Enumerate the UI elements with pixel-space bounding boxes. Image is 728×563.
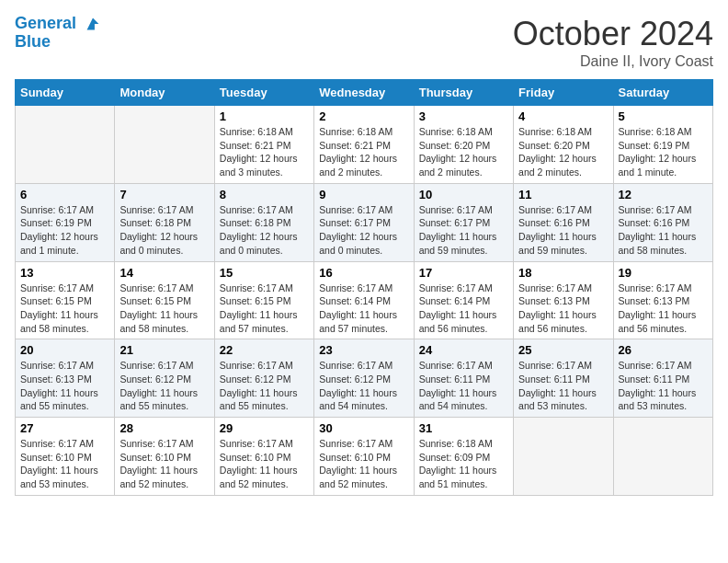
calendar-cell: 3Sunrise: 6:18 AM Sunset: 6:20 PM Daylig… (414, 106, 513, 184)
calendar-cell: 26Sunrise: 6:17 AM Sunset: 6:11 PM Dayli… (613, 339, 712, 418)
day-info: Sunrise: 6:17 AM Sunset: 6:13 PM Dayligh… (619, 282, 708, 336)
day-info: Sunrise: 6:18 AM Sunset: 6:21 PM Dayligh… (220, 125, 309, 179)
calendar-cell: 25Sunrise: 6:17 AM Sunset: 6:11 PM Dayli… (514, 339, 613, 418)
calendar-cell (16, 106, 115, 184)
day-info: Sunrise: 6:17 AM Sunset: 6:14 PM Dayligh… (419, 282, 508, 336)
day-number: 7 (119, 188, 209, 201)
logo: General Blue (15, 15, 103, 52)
calendar-cell: 11Sunrise: 6:17 AM Sunset: 6:16 PM Dayli… (514, 183, 613, 261)
day-number: 28 (119, 421, 209, 435)
day-info: Sunrise: 6:17 AM Sunset: 6:12 PM Dayligh… (220, 359, 309, 413)
weekday-header-tuesday: Tuesday (214, 80, 313, 106)
calendar-cell: 10Sunrise: 6:17 AM Sunset: 6:17 PM Dayli… (414, 183, 513, 261)
calendar-table: SundayMondayTuesdayWednesdayThursdayFrid… (15, 79, 713, 496)
day-info: Sunrise: 6:17 AM Sunset: 6:19 PM Dayligh… (20, 203, 109, 258)
calendar-cell: 31Sunrise: 6:18 AM Sunset: 6:09 PM Dayli… (414, 418, 513, 496)
calendar-cell: 24Sunrise: 6:17 AM Sunset: 6:11 PM Dayli… (414, 339, 513, 418)
calendar-week-row: 6Sunrise: 6:17 AM Sunset: 6:19 PM Daylig… (16, 183, 713, 261)
day-info: Sunrise: 6:18 AM Sunset: 6:09 PM Dayligh… (419, 437, 508, 491)
day-number: 18 (518, 266, 608, 280)
day-info: Sunrise: 6:17 AM Sunset: 6:17 PM Dayligh… (319, 203, 408, 258)
calendar-cell: 16Sunrise: 6:17 AM Sunset: 6:14 PM Dayli… (314, 261, 414, 339)
svg-marker-0 (87, 18, 99, 30)
day-info: Sunrise: 6:17 AM Sunset: 6:10 PM Dayligh… (20, 437, 109, 491)
weekday-header-friday: Friday (514, 80, 613, 106)
calendar-cell (115, 106, 214, 184)
weekday-header-monday: Monday (115, 80, 214, 106)
calendar-cell (514, 418, 613, 496)
day-number: 1 (220, 109, 309, 123)
calendar-week-row: 27Sunrise: 6:17 AM Sunset: 6:10 PM Dayli… (16, 418, 713, 496)
calendar-cell: 18Sunrise: 6:17 AM Sunset: 6:13 PM Dayli… (514, 261, 613, 339)
calendar-cell: 21Sunrise: 6:17 AM Sunset: 6:12 PM Dayli… (115, 339, 214, 418)
calendar-cell: 13Sunrise: 6:17 AM Sunset: 6:15 PM Dayli… (16, 261, 115, 339)
day-number: 24 (419, 343, 508, 357)
month-title: October 2024 (513, 15, 713, 53)
calendar-cell: 9Sunrise: 6:17 AM Sunset: 6:17 PM Daylig… (314, 183, 414, 261)
day-info: Sunrise: 6:17 AM Sunset: 6:15 PM Dayligh… (20, 282, 109, 336)
day-info: Sunrise: 6:17 AM Sunset: 6:13 PM Dayligh… (20, 359, 109, 413)
page-header: General Blue October 2024 Daine II, Ivor… (15, 15, 713, 70)
calendar-week-row: 13Sunrise: 6:17 AM Sunset: 6:15 PM Dayli… (16, 261, 713, 339)
calendar-cell: 5Sunrise: 6:18 AM Sunset: 6:19 PM Daylig… (613, 106, 712, 184)
day-number: 15 (220, 266, 309, 280)
day-info: Sunrise: 6:17 AM Sunset: 6:15 PM Dayligh… (220, 282, 309, 336)
day-number: 20 (20, 343, 109, 357)
calendar-week-row: 20Sunrise: 6:17 AM Sunset: 6:13 PM Dayli… (16, 339, 713, 418)
calendar-header-row: SundayMondayTuesdayWednesdayThursdayFrid… (16, 80, 713, 106)
day-number: 25 (518, 343, 608, 357)
calendar-cell: 23Sunrise: 6:17 AM Sunset: 6:12 PM Dayli… (314, 339, 414, 418)
weekday-header-wednesday: Wednesday (314, 80, 414, 106)
calendar-cell: 20Sunrise: 6:17 AM Sunset: 6:13 PM Dayli… (16, 339, 115, 418)
logo-subtext: Blue (15, 33, 103, 52)
day-info: Sunrise: 6:17 AM Sunset: 6:15 PM Dayligh… (119, 282, 209, 336)
day-info: Sunrise: 6:18 AM Sunset: 6:20 PM Dayligh… (518, 125, 608, 179)
day-number: 4 (518, 109, 608, 123)
calendar-cell: 27Sunrise: 6:17 AM Sunset: 6:10 PM Dayli… (16, 418, 115, 496)
calendar-cell: 19Sunrise: 6:17 AM Sunset: 6:13 PM Dayli… (613, 261, 712, 339)
calendar-cell: 2Sunrise: 6:18 AM Sunset: 6:21 PM Daylig… (314, 106, 414, 184)
day-info: Sunrise: 6:17 AM Sunset: 6:13 PM Dayligh… (518, 282, 608, 336)
day-number: 9 (319, 188, 408, 201)
calendar-cell: 1Sunrise: 6:18 AM Sunset: 6:21 PM Daylig… (214, 106, 313, 184)
day-number: 6 (20, 188, 109, 201)
day-info: Sunrise: 6:17 AM Sunset: 6:10 PM Dayligh… (220, 437, 309, 491)
calendar-cell (613, 418, 712, 496)
day-info: Sunrise: 6:17 AM Sunset: 6:17 PM Dayligh… (419, 203, 508, 258)
calendar-cell: 22Sunrise: 6:17 AM Sunset: 6:12 PM Dayli… (214, 339, 313, 418)
day-number: 10 (419, 188, 508, 201)
day-number: 5 (619, 109, 708, 123)
weekday-header-thursday: Thursday (414, 80, 513, 106)
calendar-cell: 8Sunrise: 6:17 AM Sunset: 6:18 PM Daylig… (214, 183, 313, 261)
day-number: 2 (319, 109, 408, 123)
day-number: 26 (619, 343, 708, 357)
day-number: 14 (119, 266, 209, 280)
day-info: Sunrise: 6:17 AM Sunset: 6:16 PM Dayligh… (518, 203, 608, 258)
day-number: 17 (419, 266, 508, 280)
day-number: 12 (619, 188, 708, 201)
day-number: 21 (119, 343, 209, 357)
calendar-cell: 14Sunrise: 6:17 AM Sunset: 6:15 PM Dayli… (115, 261, 214, 339)
day-info: Sunrise: 6:17 AM Sunset: 6:11 PM Dayligh… (419, 359, 508, 413)
day-number: 19 (619, 266, 708, 280)
day-info: Sunrise: 6:18 AM Sunset: 6:19 PM Dayligh… (619, 125, 708, 179)
calendar-cell: 30Sunrise: 6:17 AM Sunset: 6:10 PM Dayli… (314, 418, 414, 496)
day-number: 8 (220, 188, 309, 201)
day-info: Sunrise: 6:17 AM Sunset: 6:11 PM Dayligh… (619, 359, 708, 413)
day-number: 27 (20, 421, 109, 435)
day-info: Sunrise: 6:17 AM Sunset: 6:10 PM Dayligh… (119, 437, 209, 491)
day-info: Sunrise: 6:17 AM Sunset: 6:10 PM Dayligh… (319, 437, 408, 491)
day-info: Sunrise: 6:17 AM Sunset: 6:18 PM Dayligh… (220, 203, 309, 258)
location-title: Daine II, Ivory Coast (513, 53, 713, 70)
day-info: Sunrise: 6:17 AM Sunset: 6:12 PM Dayligh… (119, 359, 209, 413)
day-number: 3 (419, 109, 508, 123)
calendar-cell: 12Sunrise: 6:17 AM Sunset: 6:16 PM Dayli… (613, 183, 712, 261)
calendar-cell: 7Sunrise: 6:17 AM Sunset: 6:18 PM Daylig… (115, 183, 214, 261)
day-number: 13 (20, 266, 109, 280)
day-number: 22 (220, 343, 309, 357)
weekday-header-sunday: Sunday (16, 80, 115, 106)
day-number: 29 (220, 421, 309, 435)
calendar-cell: 15Sunrise: 6:17 AM Sunset: 6:15 PM Dayli… (214, 261, 313, 339)
weekday-header-saturday: Saturday (613, 80, 712, 106)
day-number: 16 (319, 266, 408, 280)
